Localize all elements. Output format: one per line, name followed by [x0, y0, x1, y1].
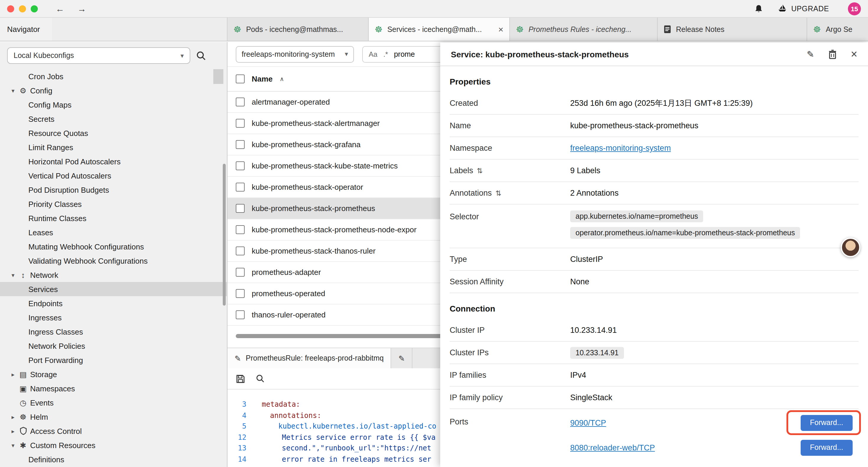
back-button[interactable]: ←	[52, 4, 68, 13]
sidebar-item-services[interactable]: Services	[0, 282, 227, 296]
detail-row-type: Type ClusterIP	[450, 248, 859, 271]
search-icon[interactable]	[196, 51, 206, 61]
sidebar-item-events[interactable]: ◷Events	[0, 396, 227, 410]
sidebar-item-network-policies[interactable]: Network Policies	[0, 339, 227, 353]
tab-prometheus-rules[interactable]: ☸ Prometheus Rules - icecheng...	[510, 18, 658, 41]
row-checkbox[interactable]	[236, 97, 245, 107]
sidebar-item-ingresses[interactable]: Ingresses	[0, 310, 227, 324]
sidebar-item-secrets[interactable]: Secrets	[0, 112, 227, 126]
dock-tab-next[interactable]: ✎	[392, 348, 413, 368]
regex-toggle[interactable]: .*	[383, 50, 388, 58]
close-icon[interactable]: ×	[851, 49, 857, 60]
save-icon[interactable]	[236, 374, 245, 383]
dock-tab-prometheusrule[interactable]: ✎ PrometheusRule: freeleaps-prod-rabbitm…	[227, 348, 392, 368]
sidebar-item-config[interactable]: ▾⚙Config	[0, 83, 227, 97]
sidebar-item-port-forwarding[interactable]: Port Forwarding	[0, 353, 227, 367]
select-all-checkbox[interactable]	[236, 75, 245, 83]
row-checkbox[interactable]	[236, 119, 245, 128]
cluster-ip-badge: 10.233.14.91	[570, 347, 624, 358]
navigator-sidebar: Local Kubeconfigs ▾ Cron Jobs ▾⚙Config C…	[0, 42, 227, 467]
port-link-8080[interactable]: 8080:reloader-web/TCP	[570, 443, 655, 452]
selector-badge: app.kubernetes.io/name=prometheus	[570, 210, 704, 222]
window-minimize-button[interactable]	[19, 5, 26, 12]
chevron-right-icon: ▸	[8, 371, 18, 377]
row-checkbox[interactable]	[236, 162, 245, 170]
sort-asc-icon: ∧	[280, 76, 284, 82]
kubeconfig-selector[interactable]: Local Kubeconfigs ▾	[7, 47, 190, 64]
row-checkbox[interactable]	[236, 246, 245, 255]
section-heading-connection: Connection	[440, 293, 868, 319]
sidebar-item-horizontal-pod-autoscalers[interactable]: Horizontal Pod Autoscalers	[0, 154, 227, 169]
sidebar-item-config-maps[interactable]: Config Maps	[0, 97, 227, 112]
tab-pods[interactable]: ☸ Pods - icecheng@mathmas...	[227, 18, 369, 41]
sidebar-item-vertical-pod-autoscalers[interactable]: Vertical Pod Autoscalers	[0, 169, 227, 183]
notifications-bell-icon[interactable]	[754, 4, 764, 13]
sidebar-item-cron-jobs[interactable]: Cron Jobs	[0, 69, 227, 83]
search-input[interactable]: prome	[394, 50, 415, 58]
sidebar-item-validating-webhook-configurations[interactable]: Validating Webhook Configurations	[0, 254, 227, 268]
sidebar-scrollbar-thumb[interactable]	[213, 69, 223, 84]
row-checkbox[interactable]	[236, 289, 245, 298]
chevron-down-icon: ▾	[181, 52, 184, 59]
port-line-8080: 8080:reloader-web/TCP Forward...	[570, 439, 859, 456]
sidebar-item-pod-disruption-budgets[interactable]: Pod Disruption Budgets	[0, 183, 227, 197]
sidebar-item-ingress-classes[interactable]: Ingress Classes	[0, 324, 227, 339]
tab-release-notes[interactable]: Release Notes	[658, 18, 807, 41]
sidebar-item-mutating-webhook-configurations[interactable]: Mutating Webhook Configurations	[0, 239, 227, 254]
detail-row-session-affinity: Session Affinity None	[450, 271, 859, 293]
forward-button[interactable]: →	[74, 4, 90, 13]
upgrade-button[interactable]: UPGRADE	[778, 4, 829, 13]
notification-badge[interactable]: 15	[848, 2, 861, 15]
port-link-9090[interactable]: 9090/TCP	[570, 418, 606, 427]
user-avatar[interactable]	[841, 238, 860, 257]
kubernetes-icon: ☸	[813, 25, 821, 34]
name-column-header[interactable]: Name	[252, 75, 273, 83]
window-close-button[interactable]	[7, 5, 14, 12]
delete-icon[interactable]	[829, 49, 837, 59]
namespace-filter[interactable]: freeleaps-monitoring-system ▾	[236, 46, 354, 62]
sidebar-item-access-control[interactable]: ▸Access Control	[0, 424, 227, 438]
row-checkbox[interactable]	[236, 268, 245, 276]
tab-services[interactable]: ☸ Services - icecheng@math... ×	[369, 18, 510, 41]
tab-argo[interactable]: ☸ Argo Se	[807, 18, 868, 41]
sidebar-item-namespaces[interactable]: ▣Namespaces	[0, 381, 227, 396]
navigator-panel-title: Navigator	[0, 18, 52, 41]
edit-icon[interactable]: ✎	[807, 50, 814, 59]
window-zoom-button[interactable]	[31, 5, 38, 12]
forward-button-8080[interactable]: Forward...	[800, 439, 852, 456]
tabbar-spacer	[52, 18, 227, 41]
chevron-down-icon: ▾	[8, 87, 18, 94]
row-checkbox[interactable]	[236, 225, 245, 234]
row-checkbox[interactable]	[236, 204, 245, 213]
app-window: ← → UPGRADE 15 Navigator ☸ Pods - iceche…	[0, 0, 868, 467]
sidebar-item-runtime-classes[interactable]: Runtime Classes	[0, 211, 227, 225]
selector-badge: operator.prometheus.io/name=kube-prometh…	[570, 227, 800, 239]
sidebar-item-storage[interactable]: ▸▤Storage	[0, 367, 227, 381]
forward-button-9090[interactable]: Forward...	[800, 415, 852, 431]
sidebar-item-helm[interactable]: ▸☸Helm	[0, 410, 227, 424]
sidebar-item-definitions[interactable]: Definitions	[0, 452, 227, 466]
expand-toggle-icon[interactable]: ⇅	[495, 189, 501, 197]
chevron-down-icon: ▾	[8, 272, 18, 278]
panel-title: Service: kube-prometheus-stack-prometheu…	[451, 49, 793, 59]
storage-icon: ▤	[18, 370, 28, 378]
detail-row-name: Name kube-prometheus-stack-prometheus	[450, 115, 859, 137]
namespace-link[interactable]: freeleaps-monitoring-system	[570, 144, 671, 152]
editor-search-icon[interactable]	[256, 374, 265, 383]
match-case-toggle[interactable]: Aa	[369, 50, 377, 58]
row-checkbox[interactable]	[236, 183, 245, 192]
close-tab-icon[interactable]: ×	[498, 24, 503, 34]
sidebar-item-network[interactable]: ▾↕Network	[0, 268, 227, 282]
row-checkbox[interactable]	[236, 310, 245, 319]
chevron-right-icon: ▸	[8, 413, 18, 420]
sidebar-scrollbar[interactable]	[223, 164, 226, 305]
sidebar-item-priority-classes[interactable]: Priority Classes	[0, 197, 227, 211]
sidebar-item-resource-quotas[interactable]: Resource Quotas	[0, 126, 227, 140]
sidebar-item-leases[interactable]: Leases	[0, 225, 227, 239]
sidebar-item-custom-resources[interactable]: ▾✱Custom Resources	[0, 438, 227, 452]
detail-row-cluster-ip: Cluster IP 10.233.14.91	[450, 319, 859, 342]
sidebar-item-endpoints[interactable]: Endpoints	[0, 296, 227, 310]
row-checkbox[interactable]	[236, 140, 245, 149]
expand-toggle-icon[interactable]: ⇅	[477, 167, 483, 175]
sidebar-item-limit-ranges[interactable]: Limit Ranges	[0, 140, 227, 154]
